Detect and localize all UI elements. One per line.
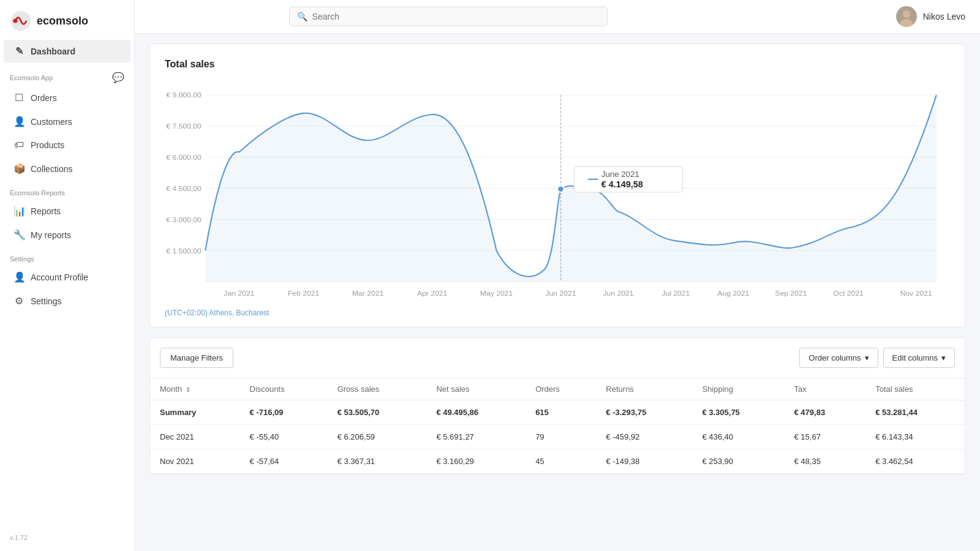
chart-container: € 9.000,00 € 7.500,00 € 6.000,00 € 4.500… bbox=[165, 82, 950, 302]
cell-month: Dec 2021 bbox=[150, 425, 240, 449]
sidebar-item-collections[interactable]: 📦 Collections bbox=[4, 157, 130, 180]
search-input[interactable] bbox=[312, 12, 600, 21]
search-bar[interactable]: 🔍 bbox=[289, 7, 608, 26]
data-table: Month ⇕ Discounts Gross sales Net sales … bbox=[150, 378, 965, 474]
table-row: Nov 2021€ -57,64€ 3.367,31€ 3.160,2945€ … bbox=[150, 449, 965, 474]
svg-text:€ 1.500,00: € 1.500,00 bbox=[166, 247, 202, 255]
sidebar-item-orders-label: Orders bbox=[31, 93, 57, 103]
svg-text:€ 4.149,58: € 4.149,58 bbox=[601, 179, 643, 189]
version-label: v.1.72 bbox=[0, 524, 134, 551]
col-gross-sales: Gross sales bbox=[328, 378, 427, 400]
col-shipping: Shipping bbox=[692, 378, 784, 400]
chevron-down-icon: ▾ bbox=[865, 353, 869, 362]
cell-shipping: € 253,90 bbox=[692, 449, 784, 474]
svg-text:June 2021: June 2021 bbox=[601, 170, 639, 179]
svg-text:Feb 2021: Feb 2021 bbox=[288, 290, 320, 298]
sidebar-item-dashboard[interactable]: ✎ Dashboard bbox=[4, 40, 130, 62]
edit-columns-button[interactable]: Edit columns ▾ bbox=[883, 348, 955, 368]
cell-discounts: € -55,40 bbox=[240, 425, 328, 449]
table-row: Dec 2021€ -55,40€ 6.206,59€ 5.691,2779€ … bbox=[150, 425, 965, 449]
cell-net_sales: € 49.495,86 bbox=[426, 400, 526, 425]
svg-text:€ 9.000,00: € 9.000,00 bbox=[166, 91, 202, 100]
chart-card: Total sales € 9.000,00 € 7.500,00 € 6.00… bbox=[149, 43, 965, 328]
chart-title: Total sales bbox=[165, 59, 950, 70]
topbar: 🔍 Nikos Levo bbox=[135, 0, 980, 34]
sidebar-item-settings-label: Settings bbox=[31, 296, 62, 306]
sidebar-item-collections-label: Collections bbox=[31, 164, 72, 174]
order-columns-button[interactable]: Order columns ▾ bbox=[799, 348, 878, 368]
sidebar-section-ecomsolo-app: Ecomsolo App 💬 bbox=[0, 63, 134, 86]
sidebar-item-reports[interactable]: 📊 Reports bbox=[4, 200, 130, 222]
manage-filters-button[interactable]: Manage Filters bbox=[160, 348, 233, 368]
svg-text:Jan 2021: Jan 2021 bbox=[224, 290, 255, 298]
customers-icon: 👤 bbox=[13, 116, 24, 127]
sort-icon: ⇕ bbox=[186, 386, 190, 393]
col-month[interactable]: Month ⇕ bbox=[150, 378, 240, 400]
sidebar-section-settings: Settings bbox=[0, 247, 134, 265]
table-header: Month ⇕ Discounts Gross sales Net sales … bbox=[150, 378, 965, 400]
svg-text:Jun 2021: Jun 2021 bbox=[546, 290, 576, 298]
svg-text:€ 6.000,00: € 6.000,00 bbox=[166, 153, 202, 162]
sidebar-item-customers-label: Customers bbox=[31, 117, 72, 127]
sidebar-item-products[interactable]: 🏷 Products bbox=[4, 134, 130, 156]
svg-text:Sep 2021: Sep 2021 bbox=[775, 290, 807, 298]
app-name: ecomsolo bbox=[37, 15, 88, 28]
column-buttons: Order columns ▾ Edit columns ▾ bbox=[799, 348, 955, 368]
svg-point-35 bbox=[557, 186, 564, 192]
chevron-down-icon: ▾ bbox=[941, 353, 946, 362]
cell-tax: € 15,67 bbox=[785, 425, 866, 449]
logo-area: ecomsolo bbox=[0, 0, 134, 39]
svg-text:€ 4.500,00: € 4.500,00 bbox=[166, 184, 202, 193]
svg-text:Apr 2021: Apr 2021 bbox=[417, 290, 448, 298]
cell-total_sales: € 53.281,44 bbox=[865, 400, 965, 425]
my-reports-icon: 🔧 bbox=[13, 229, 24, 241]
cell-total_sales: € 3.462,54 bbox=[865, 449, 965, 474]
sidebar-item-customers[interactable]: 👤 Customers bbox=[4, 110, 130, 133]
avatar-image bbox=[896, 6, 917, 27]
account-profile-icon: 👤 bbox=[13, 271, 24, 283]
reports-icon: 📊 bbox=[13, 205, 24, 217]
user-name: Nikos Levo bbox=[923, 12, 965, 21]
cell-returns: € -3.293,75 bbox=[596, 400, 692, 425]
cell-net_sales: € 3.160,29 bbox=[426, 449, 526, 474]
cell-gross_sales: € 53.505,70 bbox=[328, 400, 427, 425]
main-area: 🔍 Nikos Levo Total sales bbox=[135, 0, 980, 551]
sidebar-item-my-reports[interactable]: 🔧 My reports bbox=[4, 223, 130, 246]
sidebar-item-orders[interactable]: ☐ Orders bbox=[4, 86, 130, 109]
cell-gross_sales: € 3.367,31 bbox=[328, 449, 427, 474]
settings-icon: ⚙ bbox=[13, 295, 24, 307]
svg-text:€ 7.500,00: € 7.500,00 bbox=[166, 122, 202, 130]
chart-svg: € 9.000,00 € 7.500,00 € 6.000,00 € 4.500… bbox=[165, 82, 950, 302]
svg-text:Mar 2021: Mar 2021 bbox=[352, 290, 384, 298]
sidebar-item-reports-label: Reports bbox=[31, 206, 61, 216]
svg-text:Oct 2021: Oct 2021 bbox=[834, 290, 864, 298]
col-total-sales: Total sales bbox=[865, 378, 965, 400]
cell-shipping: € 436,40 bbox=[692, 425, 784, 449]
sidebar-section-reports: Ecomsolo Reports bbox=[0, 181, 134, 199]
sidebar-item-account-profile[interactable]: 👤 Account Profile bbox=[4, 266, 130, 288]
collections-icon: 📦 bbox=[13, 163, 24, 174]
table-row: Summary€ -716,09€ 53.505,70€ 49.495,8661… bbox=[150, 400, 965, 425]
svg-point-1 bbox=[13, 18, 17, 23]
sidebar-item-settings[interactable]: ⚙ Settings bbox=[4, 290, 130, 312]
sidebar-item-products-label: Products bbox=[31, 140, 64, 150]
cell-discounts: € -57,64 bbox=[240, 449, 328, 474]
sidebar-item-dashboard-label: Dashboard bbox=[31, 47, 75, 56]
cell-gross_sales: € 6.206,59 bbox=[328, 425, 427, 449]
cell-returns: € -459,92 bbox=[596, 425, 692, 449]
col-net-sales: Net sales bbox=[426, 378, 526, 400]
cell-tax: € 479,83 bbox=[785, 400, 866, 425]
svg-text:Jun 2021: Jun 2021 bbox=[603, 290, 633, 298]
search-icon: 🔍 bbox=[297, 12, 307, 21]
sidebar-item-my-reports-label: My reports bbox=[31, 230, 71, 240]
svg-point-3 bbox=[903, 10, 910, 18]
dashboard-icon: ✎ bbox=[13, 45, 24, 57]
cell-month: Nov 2021 bbox=[150, 449, 240, 474]
content-area: Total sales € 9.000,00 € 7.500,00 € 6.00… bbox=[135, 34, 980, 551]
cell-net_sales: € 5.691,27 bbox=[426, 425, 526, 449]
products-icon: 🏷 bbox=[13, 140, 24, 151]
avatar bbox=[896, 6, 917, 27]
ecomsolo-logo-icon bbox=[10, 10, 32, 32]
svg-text:€ 3.000,00: € 3.000,00 bbox=[166, 216, 202, 224]
table-body: Summary€ -716,09€ 53.505,70€ 49.495,8661… bbox=[150, 400, 965, 474]
